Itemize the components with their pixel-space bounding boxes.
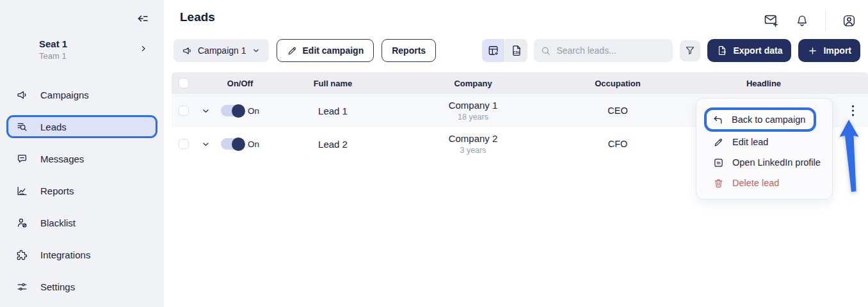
cell-company: Company 2 3 years: [401, 133, 545, 155]
table-settings-icon: [487, 44, 500, 57]
menu-item-edit-lead[interactable]: Edit lead: [696, 132, 832, 152]
cell-full-name: Lead 2: [265, 139, 401, 150]
expand-row-chevron-icon[interactable]: [201, 106, 211, 116]
row-checkbox[interactable]: [179, 106, 189, 116]
svg-text:CSV: CSV: [513, 51, 520, 54]
menu-item-label: Open LinkedIn profile: [732, 157, 821, 168]
svg-text:in: in: [717, 161, 721, 165]
sidebar-item-label: Messages: [40, 154, 84, 164]
seat-name: Seat 1: [39, 38, 67, 49]
sidebar-item-label: Reports: [40, 185, 74, 196]
sidebar: Seat 1 Team 1 Campaigns Leads: [0, 0, 164, 307]
mail-plus-icon: [763, 13, 779, 28]
toggle-track: [221, 105, 244, 116]
megaphone-icon: [16, 89, 28, 101]
filter-button[interactable]: [680, 40, 700, 61]
sidebar-item-leads[interactable]: Leads: [6, 115, 157, 138]
export-data-label: Export data: [733, 45, 782, 56]
account-icon: [842, 13, 856, 28]
new-message-button[interactable]: [763, 13, 779, 28]
sidebar-item-label: Settings: [40, 281, 75, 292]
header-headline: Headline: [690, 79, 837, 88]
lead-on-off-toggle[interactable]: On: [221, 105, 259, 116]
search-input[interactable]: [556, 45, 666, 56]
toolbar: Campaign 1 Edit campaign Reports: [173, 39, 860, 62]
header-company: Company: [401, 79, 545, 88]
table-header-row: On/Off Full name Company Occupation Head…: [172, 72, 868, 94]
sidebar-item-campaigns[interactable]: Campaigns: [0, 83, 164, 106]
funnel-icon: [684, 45, 696, 56]
lead-search-icon: [16, 121, 28, 133]
sidebar-item-blacklist[interactable]: Blacklist: [0, 211, 164, 234]
collapse-sidebar-button[interactable]: [133, 10, 151, 28]
linkedin-icon: in: [713, 157, 724, 168]
header-full-name: Full name: [265, 79, 401, 88]
csv-file-icon: CSV: [510, 44, 523, 57]
annotation-pointer-arrow: [838, 120, 862, 193]
row-context-menu: Back to campaign Edit lead in Open Linke…: [696, 98, 833, 200]
search-box: [534, 39, 673, 62]
trash-icon: [713, 178, 724, 189]
bell-icon: [795, 13, 809, 28]
collapse-sidebar-icon: [134, 11, 150, 26]
topbar-divider: [825, 10, 826, 31]
company-sub: 3 years: [460, 146, 486, 155]
menu-item-label: Delete lead: [732, 178, 779, 188]
row-checkbox[interactable]: [179, 139, 189, 149]
pencil-icon: [287, 45, 298, 56]
seat-team: Team 1: [39, 51, 67, 61]
menu-item-back-to-campaign[interactable]: Back to campaign: [704, 107, 816, 132]
puzzle-icon: [16, 249, 28, 261]
expand-row-chevron-icon[interactable]: [201, 139, 211, 149]
import-label: Import: [823, 45, 851, 56]
search-icon: [540, 45, 551, 56]
sidebar-item-integrations[interactable]: Integrations: [0, 243, 164, 266]
csv-view-button[interactable]: CSV: [505, 39, 527, 62]
export-data-button[interactable]: Export data: [707, 39, 791, 62]
campaign-select[interactable]: Campaign 1: [173, 39, 269, 62]
edit-campaign-button[interactable]: Edit campaign: [277, 39, 374, 62]
lead-on-off-toggle[interactable]: On: [221, 138, 259, 150]
sidebar-nav: Campaigns Leads Messages: [0, 83, 164, 307]
edit-campaign-label: Edit campaign: [303, 45, 364, 56]
menu-item-label: Back to campaign: [732, 114, 805, 125]
menu-item-delete-lead[interactable]: Delete lead: [696, 173, 832, 193]
sidebar-item-messages[interactable]: Messages: [0, 147, 164, 170]
row-actions-button[interactable]: [849, 102, 857, 119]
sidebar-item-settings[interactable]: Settings: [0, 275, 164, 298]
cell-full-name: Lead 1: [265, 106, 401, 116]
kebab-menu-icon: [851, 105, 855, 116]
chat-bubble-icon: [16, 153, 28, 165]
chevron-down-icon: [252, 46, 261, 55]
chevron-right-icon: [138, 43, 149, 54]
seat-switcher[interactable]: Seat 1 Team 1: [39, 38, 67, 61]
table-view-button[interactable]: [482, 39, 504, 62]
notifications-button[interactable]: [795, 13, 809, 28]
company-name: Company 2: [449, 133, 498, 145]
cell-company: Company 1 18 years: [401, 100, 545, 122]
plus-icon: [807, 45, 818, 56]
campaign-select-label: Campaign 1: [198, 45, 246, 56]
header-occupation: Occupation: [545, 79, 690, 88]
view-mode-segmented-control: CSV: [482, 39, 527, 62]
sidebar-item-label: Campaigns: [40, 90, 89, 100]
reports-button[interactable]: Reports: [382, 39, 436, 62]
cell-occupation: CFO: [545, 139, 690, 149]
pencil-icon: [713, 137, 724, 148]
select-all-checkbox[interactable]: [179, 78, 189, 88]
sidebar-item-label: Integrations: [40, 249, 90, 260]
sidebar-item-reports[interactable]: Reports: [0, 179, 164, 202]
import-button[interactable]: Import: [798, 39, 860, 62]
account-button[interactable]: [842, 13, 856, 28]
megaphone-icon: [182, 45, 193, 56]
undo-arrow-icon: [712, 114, 723, 125]
sidebar-item-label: Blacklist: [40, 217, 76, 228]
sidebar-item-label: Leads: [40, 122, 67, 132]
page-title: Leads: [180, 10, 215, 24]
file-export-icon: [716, 45, 728, 56]
menu-item-open-linkedin-profile[interactable]: in Open LinkedIn profile: [696, 152, 832, 173]
reports-button-label: Reports: [392, 45, 426, 56]
header-on-off: On/Off: [215, 79, 265, 88]
toggle-track: [221, 138, 244, 150]
chart-icon: [16, 185, 28, 197]
